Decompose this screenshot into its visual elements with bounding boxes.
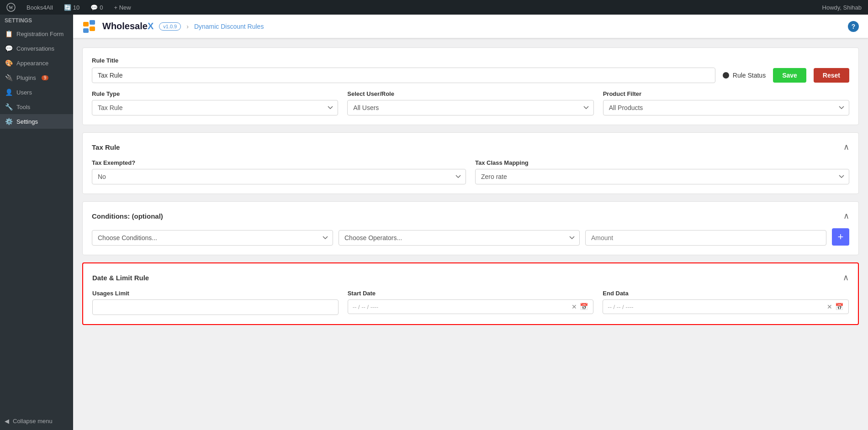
end-date-value: -- / -- / ---- <box>608 304 824 310</box>
svg-rect-2 <box>83 22 89 26</box>
sidebar-item-conversations[interactable]: 💬 Conversations <box>0 41 73 56</box>
settings-icon: ⚙️ <box>5 118 13 125</box>
sidebar-item-tools[interactable]: 🔧 Tools <box>0 100 73 114</box>
user-role-field: Select User/Role All Users Wholesale Cus… <box>347 90 593 115</box>
tax-class-field: Tax Class Mapping Zero rate Standard rat… <box>475 159 849 184</box>
rule-type-label: Rule Type <box>92 90 338 97</box>
sidebar-item-users[interactable]: 👤 Users <box>0 85 73 100</box>
sidebar-label-appearance: Appearance <box>16 60 48 67</box>
rule-type-select[interactable]: Tax Rule Percentage Discount Fixed Disco… <box>92 100 338 115</box>
tools-icon: 🔧 <box>5 103 13 110</box>
rule-type-field: Rule Type Tax Rule Percentage Discount F… <box>92 90 338 115</box>
logo-container: WholesaleX <box>82 18 153 35</box>
date-limit-fields: Usages Limit Start Date -- / -- / ---- ✕… <box>92 290 849 315</box>
plugins-badge: 9 <box>42 75 49 80</box>
amount-field <box>585 230 826 246</box>
wp-icon: W <box>6 3 16 12</box>
tax-rule-header: Tax Rule ∧ <box>92 142 849 152</box>
operators-select[interactable]: Choose Operators... <box>339 230 580 246</box>
rule-status-label: Rule Status <box>733 72 766 79</box>
date-limit-collapse-button[interactable]: ∧ <box>843 273 849 283</box>
breadcrumb-current: Dynamic Discount Rules <box>194 23 264 30</box>
product-filter-label: Product Filter <box>603 90 849 97</box>
end-date-label: End Data <box>603 290 849 297</box>
start-date-clear-icon[interactable]: ✕ <box>572 303 577 310</box>
tax-rule-fields: Tax Exempted? No Yes Tax Class Mapping Z… <box>92 159 849 184</box>
user-name: Howdy, Shihab <box>822 4 862 11</box>
user-role-select[interactable]: All Users Wholesale Customer Retailer <box>347 100 593 115</box>
add-condition-button[interactable]: + <box>832 228 849 246</box>
help-button[interactable]: ? <box>848 21 859 32</box>
users-icon: 👤 <box>5 89 13 96</box>
updates-item[interactable]: 🔄 10 <box>61 0 82 15</box>
admin-bar-right: Howdy, Shihab <box>820 0 864 15</box>
end-date-calendar-icon[interactable]: 📅 <box>835 303 844 311</box>
top-nav: WholesaleX v1.0.9 › Dynamic Discount Rul… <box>73 15 868 38</box>
appearance-icon: 🎨 <box>5 59 13 67</box>
conditions-collapse-button[interactable]: ∧ <box>843 211 849 221</box>
collapse-label: Collapse menu <box>13 418 53 425</box>
admin-bar: W Books4All 🔄 10 💬 0 + New Howdy, Shihab <box>0 0 868 15</box>
sidebar-label-users: Users <box>16 89 32 96</box>
collapse-icon: ◀ <box>5 418 9 425</box>
admin-bar-left: W Books4All 🔄 10 💬 0 + New <box>4 0 814 15</box>
new-item[interactable]: + New <box>111 0 134 15</box>
product-filter-field: Product Filter All Products Specific Pro… <box>603 90 849 115</box>
svg-rect-4 <box>83 28 89 33</box>
page-body: Rule Title Rule Status Save Reset Rule T… <box>73 38 868 341</box>
collapse-menu-item[interactable]: ◀ Collapse menu <box>0 412 73 430</box>
rule-title-card: Rule Title Rule Status Save Reset Rule T… <box>82 47 859 125</box>
date-limit-title: Date & Limit Rule <box>92 274 149 282</box>
save-button[interactable]: Save <box>773 68 806 83</box>
sidebar-settings-label: Settings <box>0 15 73 26</box>
sidebar-item-plugins[interactable]: 🔌 Plugins 9 <box>0 70 73 85</box>
start-date-field: Start Date -- / -- / ---- ✕ 📅 <box>348 290 594 315</box>
site-name-item[interactable]: Books4All <box>24 0 56 15</box>
tax-class-select[interactable]: Zero rate Standard rate Reduced rate <box>475 169 849 184</box>
rule-type-row: Rule Type Tax Rule Percentage Discount F… <box>92 90 849 115</box>
rule-title-row: Rule Status Save Reset <box>92 68 849 83</box>
tax-exempted-label: Tax Exempted? <box>92 159 466 166</box>
usages-limit-field: Usages Limit <box>92 290 339 315</box>
tax-rule-collapse-button[interactable]: ∧ <box>843 142 849 152</box>
usages-limit-input[interactable] <box>92 299 339 315</box>
tax-class-label: Tax Class Mapping <box>475 159 849 166</box>
sidebar-label-settings: Settings <box>16 118 38 125</box>
svg-rect-3 <box>90 20 95 25</box>
reset-button[interactable]: Reset <box>814 68 849 83</box>
user-greeting[interactable]: Howdy, Shihab <box>820 0 864 15</box>
registration-form-icon: 📋 <box>5 30 13 37</box>
updates-icon: 🔄 <box>64 4 71 11</box>
comments-item[interactable]: 💬 0 <box>88 0 106 15</box>
conversations-icon: 💬 <box>5 45 13 52</box>
conditions-select[interactable]: Choose Conditions... <box>92 230 333 246</box>
end-date-clear-icon[interactable]: ✕ <box>827 303 832 310</box>
updates-count: 10 <box>73 4 79 11</box>
tax-exempted-field: Tax Exempted? No Yes <box>92 159 466 184</box>
start-date-calendar-icon[interactable]: 📅 <box>580 303 588 311</box>
sidebar: Settings 📋 Registration Form 💬 Conversat… <box>0 15 73 430</box>
site-name: Books4All <box>26 4 53 11</box>
conditions-header: Conditions: (optional) ∧ <box>92 211 849 221</box>
start-date-value: -- / -- / ---- <box>353 304 569 310</box>
date-limit-card: Date & Limit Rule ∧ Usages Limit Start D… <box>82 262 859 325</box>
main-content: WholesaleX v1.0.9 › Dynamic Discount Rul… <box>73 15 868 430</box>
conditions-dropdown-field: Choose Conditions... <box>92 230 333 246</box>
wp-logo-item[interactable]: W <box>4 0 18 15</box>
comments-icon: 💬 <box>90 4 98 11</box>
start-date-label: Start Date <box>348 290 594 297</box>
breadcrumb-arrow: › <box>186 23 189 30</box>
sidebar-label-registration-form: Registration Form <box>16 31 64 37</box>
conditions-card: Conditions: (optional) ∧ Choose Conditio… <box>82 201 859 255</box>
sidebar-item-registration-form[interactable]: 📋 Registration Form <box>0 26 73 41</box>
conditions-row: Choose Conditions... Choose Operators...… <box>92 228 849 246</box>
end-date-wrapper: -- / -- / ---- ✕ 📅 <box>603 299 849 314</box>
rule-title-input[interactable] <box>92 68 715 83</box>
sidebar-item-appearance[interactable]: 🎨 Appearance <box>0 56 73 70</box>
sidebar-item-settings[interactable]: ⚙️ Settings <box>0 114 73 129</box>
usages-limit-label: Usages Limit <box>92 290 339 297</box>
tax-exempted-select[interactable]: No Yes <box>92 169 466 184</box>
product-filter-select[interactable]: All Products Specific Products Product C… <box>603 100 849 115</box>
plugins-icon: 🔌 <box>5 74 13 81</box>
amount-input[interactable] <box>585 230 826 246</box>
